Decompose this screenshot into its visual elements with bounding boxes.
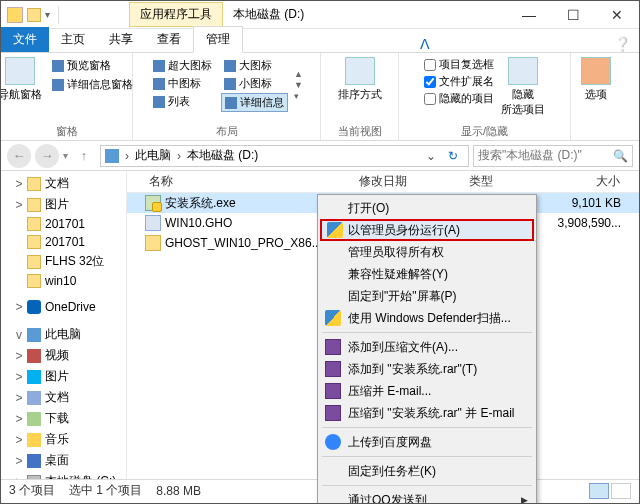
address-bar[interactable]: › 此电脑 › 本地磁盘 (D:) ⌄ ↻ (100, 145, 469, 167)
tree-node[interactable]: >视频 (1, 345, 126, 366)
tree-node[interactable]: v此电脑 (1, 324, 126, 345)
rar-icon (325, 339, 341, 355)
maximize-button[interactable]: ☐ (551, 1, 595, 29)
folder-icon (27, 235, 41, 249)
menu-item[interactable]: 添加到 "安装系统.rar"(T) (320, 358, 534, 380)
disk-icon (27, 475, 41, 480)
crumb-drive[interactable]: 本地磁盘 (D:) (187, 147, 258, 164)
menu-item[interactable]: 兼容性疑难解答(Y) (320, 263, 534, 285)
preview-pane-button[interactable]: 预览窗格 (49, 57, 136, 74)
view-small-icons[interactable]: 小图标 (221, 75, 288, 92)
list-icon (153, 96, 165, 108)
chk-hidden-items[interactable]: 隐藏的项目 (424, 91, 494, 106)
chevron-icon[interactable]: › (175, 149, 183, 163)
menu-item[interactable]: 添加到压缩文件(A)... (320, 336, 534, 358)
search-box[interactable]: 搜索"本地磁盘 (D:)" 🔍 (473, 145, 633, 167)
chk-file-extensions[interactable]: 文件扩展名 (424, 74, 494, 89)
menu-item[interactable]: 使用 Windows Defender扫描... (320, 307, 534, 329)
view-medium-icons[interactable]: 中图标 (150, 75, 215, 92)
tree-label: 此电脑 (45, 326, 81, 343)
tree-node[interactable]: 201701 (1, 233, 126, 251)
menu-label: 使用 Windows Defender扫描... (348, 310, 511, 327)
file-size: 9,101 KB (545, 196, 639, 210)
ribbon-group-layout: 布局 (216, 122, 238, 140)
tree-node[interactable]: >音乐 (1, 429, 126, 450)
col-type[interactable]: 类型 (461, 173, 545, 190)
qat-dropdown-icon[interactable]: ▾ (45, 9, 50, 20)
chevron-icon[interactable]: › (123, 149, 131, 163)
title-bar: ▾ 应用程序工具 本地磁盘 (D:) — ☐ ✕ (1, 1, 639, 29)
menu-item[interactable]: 压缩到 "安装系统.rar" 并 E-mail (320, 402, 534, 424)
help-icon[interactable]: ❔ (606, 36, 639, 52)
layout-down-icon[interactable]: ▼ (294, 80, 303, 90)
layout-more-icon[interactable]: ▾ (294, 91, 303, 101)
col-date[interactable]: 修改日期 (351, 173, 461, 190)
view-details[interactable]: 详细信息 (221, 93, 288, 112)
menu-item[interactable]: 上传到百度网盘 (320, 431, 534, 453)
sort-by-button[interactable]: 排序方式 (337, 57, 383, 102)
view-toggle-details[interactable] (589, 483, 609, 499)
tree-node[interactable]: >下载 (1, 408, 126, 429)
pc-icon (105, 149, 119, 163)
menu-item[interactable]: 以管理员身份运行(A) (320, 219, 534, 241)
ribbon-collapse-icon[interactable]: ᐱ (412, 36, 438, 52)
tree-node[interactable]: >文档 (1, 173, 126, 194)
forward-button[interactable]: → (35, 144, 59, 168)
refresh-icon[interactable]: ↻ (442, 149, 464, 163)
up-button[interactable]: ↑ (72, 144, 96, 168)
onedrive-icon (27, 300, 41, 314)
tree-label: 图片 (45, 368, 69, 385)
details-pane-button[interactable]: 详细信息窗格 (49, 76, 136, 93)
back-button[interactable]: ← (7, 144, 31, 168)
details-pane-icon (52, 79, 64, 91)
tree-node[interactable]: >图片 (1, 194, 126, 215)
quick-access-toolbar: ▾ (1, 6, 69, 24)
tree-node[interactable]: >OneDrive (1, 298, 126, 316)
tree-node[interactable]: win10 (1, 272, 126, 290)
menu-item[interactable]: 通过QQ发送到 (320, 489, 534, 504)
tree-node[interactable]: >桌面 (1, 450, 126, 471)
tree-node[interactable]: >文档 (1, 387, 126, 408)
tab-view[interactable]: 查看 (145, 27, 193, 52)
menu-item[interactable]: 打开(O) (320, 197, 534, 219)
menu-label: 压缩并 E-mail... (348, 383, 431, 400)
view-large-icons[interactable]: 大图标 (221, 57, 288, 74)
col-size[interactable]: 大小 (545, 173, 639, 190)
navigation-tree[interactable]: >文档>图片201701201701FLHS 32位win10>OneDrive… (1, 171, 127, 479)
menu-item[interactable]: 压缩并 E-mail... (320, 380, 534, 402)
tree-node[interactable]: >本地磁盘 (C:) (1, 471, 126, 479)
view-xlarge-icons[interactable]: 超大图标 (150, 57, 215, 74)
menu-item[interactable]: 固定到任务栏(K) (320, 460, 534, 482)
crumb-this-pc[interactable]: 此电脑 (135, 147, 171, 164)
tree-node[interactable]: >图片 (1, 366, 126, 387)
nav-pane-button[interactable]: 导航窗格 (0, 57, 43, 102)
menu-label: 兼容性疑难解答(Y) (348, 266, 448, 283)
view-list[interactable]: 列表 (150, 93, 215, 110)
recent-locations-icon[interactable]: ▾ (63, 150, 68, 161)
tab-manage[interactable]: 管理 (193, 26, 243, 53)
col-name[interactable]: 名称 (141, 173, 351, 190)
menu-item[interactable]: 管理员取得所有权 (320, 241, 534, 263)
minimize-button[interactable]: — (507, 1, 551, 29)
tree-node[interactable]: FLHS 32位 (1, 251, 126, 272)
rar-icon (325, 361, 341, 377)
tree-label: 桌面 (45, 452, 69, 469)
tree-node[interactable]: 201701 (1, 215, 126, 233)
menu-item[interactable]: 固定到"开始"屏幕(P) (320, 285, 534, 307)
search-placeholder: 搜索"本地磁盘 (D:)" (478, 147, 582, 164)
close-button[interactable]: ✕ (595, 1, 639, 29)
options-button[interactable]: 选项 (573, 57, 619, 102)
tree-label: 视频 (45, 347, 69, 364)
folder-icon (27, 255, 41, 269)
app-icon[interactable] (7, 7, 23, 23)
tab-file[interactable]: 文件 (1, 27, 49, 52)
contextual-tab-app-tools[interactable]: 应用程序工具 (129, 2, 223, 27)
tab-home[interactable]: 主页 (49, 27, 97, 52)
hide-selected-button[interactable]: 隐藏 所选项目 (500, 57, 546, 117)
tab-share[interactable]: 共享 (97, 27, 145, 52)
chk-item-checkboxes[interactable]: 项目复选框 (424, 57, 494, 72)
layout-up-icon[interactable]: ▲ (294, 69, 303, 79)
view-toggle-icons[interactable] (611, 483, 631, 499)
folder-icon[interactable] (27, 8, 41, 22)
chevron-down-icon[interactable]: ⌄ (424, 149, 438, 163)
